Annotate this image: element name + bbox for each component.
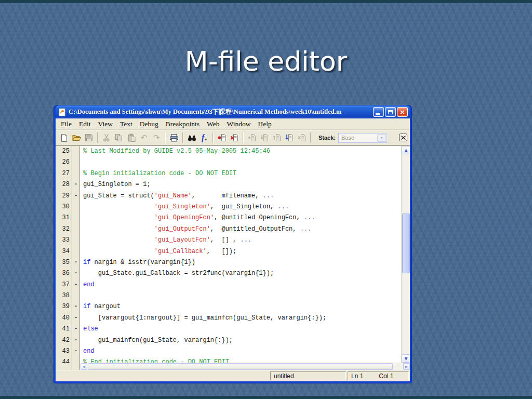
code-text[interactable]: end [80, 346, 95, 357]
code-text[interactable]: if nargin & isstr(varargin{1}) [80, 257, 195, 268]
breakpoint-margin[interactable] [72, 157, 80, 168]
breakpoint-margin[interactable]: - [72, 268, 80, 279]
code-text[interactable]: 'gui_OutputFcn', @untitled_OutputFcn, ..… [80, 224, 311, 235]
breakpoint-margin[interactable]: - [72, 280, 80, 290]
code-line-29: 29-gui_State = struct('gui_Name', mfilen… [56, 191, 401, 202]
menu-item-window[interactable]: Window [223, 119, 254, 129]
menu-item-help[interactable]: Help [254, 119, 275, 129]
breakpoint-margin[interactable]: - [72, 191, 80, 202]
code-line-32: 32 'gui_OutputFcn', @untitled_OutputFcn,… [56, 224, 401, 235]
code-line-38: 38 [56, 290, 401, 301]
code-text[interactable] [80, 157, 83, 168]
code-text[interactable] [80, 290, 83, 301]
scroll-right-button[interactable]: ▶ [403, 363, 410, 370]
stack-value: Base [339, 135, 377, 141]
close-button[interactable]: × [397, 107, 408, 117]
print-button[interactable] [168, 132, 180, 144]
menu-item-web[interactable]: Web [203, 119, 223, 129]
code-text[interactable]: end [80, 280, 95, 290]
breakpoint-margin[interactable] [72, 357, 80, 363]
toolbar-separator [182, 132, 183, 143]
breakpoint-margin[interactable]: - [72, 324, 80, 335]
horizontal-scrollbar[interactable]: ◀ ▶ [81, 363, 410, 370]
find-button[interactable] [185, 132, 198, 144]
paste-button[interactable] [125, 132, 138, 144]
scroll-left-button[interactable]: ◀ [81, 363, 87, 370]
breakpoint-margin[interactable] [72, 246, 80, 257]
step-out-button[interactable] [271, 132, 283, 144]
menu-item-text[interactable]: Text [116, 119, 136, 129]
clear-all-breakpoints-button[interactable] [228, 132, 241, 144]
code-text[interactable]: gui_mainfcn(gui_State, varargin{:}); [80, 335, 233, 346]
breakpoint-margin[interactable] [72, 235, 80, 246]
code-text[interactable]: [varargout{1:nargout}] = gui_mainfcn(gui… [80, 313, 326, 324]
line-number: 33 [56, 235, 72, 246]
code-line-33: 33 'gui_LayoutFcn', [] , ... [56, 235, 401, 246]
breakpoint-margin[interactable]: - [72, 313, 80, 324]
line-number: 26 [56, 157, 72, 168]
breakpoint-margin[interactable] [72, 168, 80, 179]
code-line-28: 28-gui_Singleton = 1; [56, 179, 401, 190]
scroll-up-button[interactable]: ▲ [402, 146, 410, 154]
minimize-icon [376, 113, 380, 115]
step-icon [248, 134, 257, 142]
cut-icon [103, 134, 110, 142]
breakpoint-margin[interactable]: - [72, 335, 80, 346]
menu-item-file[interactable]: File [57, 119, 75, 129]
redo-button[interactable]: ↷ [150, 132, 163, 144]
code-editor[interactable]: 25% Last Modified by GUIDE v2.5 05-May-2… [56, 146, 401, 363]
open-file-button[interactable] [70, 132, 83, 144]
undo-button[interactable]: ↶ [138, 132, 150, 144]
code-text[interactable]: else [80, 324, 98, 335]
breakpoint-margin[interactable] [72, 212, 80, 223]
vertical-scrollbar[interactable]: ▲ ▼ [401, 146, 410, 363]
vertical-scrollbar-thumb[interactable] [402, 214, 410, 273]
close-editor-button[interactable] [399, 134, 407, 141]
line-number: 32 [56, 224, 72, 235]
code-text[interactable]: gui_State.gui_Callback = str2func(vararg… [80, 268, 274, 279]
stack-dropdown[interactable]: Base ▾ [338, 133, 387, 143]
step-in-button[interactable] [258, 132, 271, 144]
step-button[interactable] [246, 132, 258, 144]
breakpoint-margin[interactable] [72, 224, 80, 235]
code-text[interactable]: 'gui_Singleton', gui_Singleton, ... [80, 202, 289, 212]
code-text[interactable]: % End initialization code - DO NOT EDIT [80, 357, 229, 363]
continue-button[interactable] [283, 132, 296, 144]
breakpoint-margin[interactable]: - [72, 346, 80, 357]
save-button[interactable] [83, 132, 95, 144]
maximize-button[interactable] [385, 107, 396, 117]
code-text[interactable]: % Last Modified by GUIDE v2.5 05-May-200… [80, 146, 270, 157]
window-titlebar[interactable]: C:\Documents and Settings\shwu\My Docume… [56, 105, 410, 118]
code-text[interactable]: % Begin initialization code - DO NOT EDI… [80, 168, 236, 179]
menu-item-view[interactable]: View [95, 119, 116, 129]
open-folder-icon [72, 134, 82, 142]
cut-button[interactable] [100, 132, 113, 144]
menu-item-edit[interactable]: Edit [75, 119, 95, 129]
code-text[interactable]: if nargout [80, 301, 121, 312]
set-clear-breakpoint-button[interactable] [216, 132, 228, 144]
dropdown-arrow-icon: ▾ [377, 134, 386, 142]
new-file-button[interactable] [58, 132, 70, 144]
breakpoint-margin[interactable] [72, 146, 80, 157]
scroll-down-button[interactable]: ▼ [402, 354, 410, 363]
code-text[interactable]: gui_State = struct('gui_Name', mfilename… [80, 191, 274, 202]
breakpoint-margin[interactable]: - [72, 301, 80, 312]
breakpoint-margin[interactable] [72, 290, 80, 301]
breakpoint-margin[interactable] [72, 202, 80, 212]
minimize-button[interactable] [373, 107, 384, 117]
code-text[interactable]: 'gui_LayoutFcn', [] , ... [80, 235, 251, 246]
menu-item-breakpoints[interactable]: Breakpoints [162, 119, 203, 129]
code-text[interactable]: 'gui_OpeningFcn', @untitled_OpeningFcn, … [80, 212, 315, 223]
menu-item-debug[interactable]: Debug [136, 119, 162, 129]
code-line-37: 37-end [56, 280, 401, 290]
function-indicator-button[interactable]: f▾ [198, 132, 210, 144]
breakpoint-margin[interactable]: - [72, 179, 80, 190]
horizontal-scrollbar-thumb[interactable] [88, 363, 393, 370]
code-text[interactable]: 'gui_Callback', []); [80, 246, 236, 257]
exit-debug-button[interactable] [296, 132, 308, 144]
breakpoint-margin[interactable]: - [72, 257, 80, 268]
code-line-31: 31 'gui_OpeningFcn', @untitled_OpeningFc… [56, 212, 401, 223]
code-text[interactable]: gui_Singleton = 1; [80, 179, 151, 190]
menu-bar: FileEditViewTextDebugBreakpointsWebWindo… [56, 118, 410, 130]
copy-button[interactable] [113, 132, 125, 144]
